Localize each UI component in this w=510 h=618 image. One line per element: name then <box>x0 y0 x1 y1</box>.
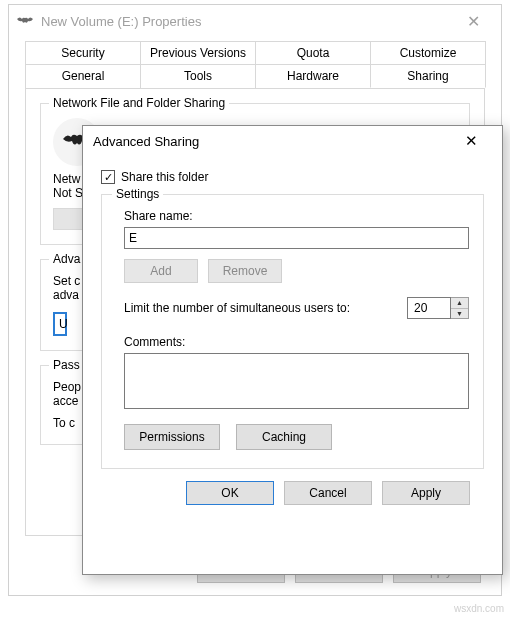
settings-group-title: Settings <box>112 187 163 201</box>
network-sharing-title: Network File and Folder Sharing <box>49 96 229 110</box>
spinner-buttons: ▲ ▼ <box>451 297 469 319</box>
tab-security[interactable]: Security <box>25 41 141 64</box>
advanced-sharing-footer: OK Cancel Apply <box>101 469 484 505</box>
watermark: wsxdn.com <box>454 603 504 614</box>
share-name-label: Share name: <box>124 209 469 223</box>
tab-sharing[interactable]: Sharing <box>370 64 486 88</box>
spinner-down-button[interactable]: ▼ <box>451 309 468 319</box>
share-this-folder-checkbox[interactable]: ✓ <box>101 170 115 184</box>
tab-customize[interactable]: Customize <box>370 41 486 64</box>
tab-quota[interactable]: Quota <box>255 41 371 64</box>
tab-previous-versions[interactable]: Previous Versions <box>140 41 256 64</box>
advanced-group-title: Adva <box>49 252 84 266</box>
advanced-sharing-titlebar: Advanced Sharing ✕ <box>83 126 502 156</box>
properties-title-text: New Volume (E:) Properties <box>41 14 201 29</box>
tab-hardware[interactable]: Hardware <box>255 64 371 88</box>
limit-users-spinner: ▲ ▼ <box>407 297 469 319</box>
comments-label: Comments: <box>124 335 469 349</box>
advanced-sharing-title-text: Advanced Sharing <box>93 134 199 149</box>
properties-close-button[interactable]: ✕ <box>453 7 493 35</box>
advanced-sharing-dialog: Advanced Sharing ✕ ✓ Share this folder S… <box>82 125 503 575</box>
limit-users-label: Limit the number of simultaneous users t… <box>124 301 350 315</box>
limit-users-input[interactable] <box>407 297 451 319</box>
advanced-sharing-button-bg[interactable]: U <box>53 312 67 336</box>
properties-titlebar: New Volume (E:) Properties ✕ <box>9 5 501 37</box>
tab-tools[interactable]: Tools <box>140 64 256 88</box>
share-this-folder-label: Share this folder <box>121 170 208 184</box>
password-group-title: Pass <box>49 358 84 372</box>
permissions-button[interactable]: Permissions <box>124 424 220 450</box>
advanced-apply-button[interactable]: Apply <box>382 481 470 505</box>
share-this-folder-row: ✓ Share this folder <box>101 170 484 184</box>
advanced-cancel-button[interactable]: Cancel <box>284 481 372 505</box>
advanced-sharing-close-button[interactable]: ✕ <box>450 127 492 155</box>
caching-button[interactable]: Caching <box>236 424 332 450</box>
spinner-up-button[interactable]: ▲ <box>451 298 468 309</box>
share-name-input[interactable] <box>124 227 469 249</box>
advanced-sharing-body: ✓ Share this folder Settings Share name:… <box>83 156 502 513</box>
remove-share-button[interactable]: Remove <box>208 259 282 283</box>
settings-group: Settings Share name: Add Remove Limit th… <box>101 194 484 469</box>
tab-general[interactable]: General <box>25 64 141 88</box>
bat-icon <box>17 13 33 29</box>
comments-textarea[interactable] <box>124 353 469 409</box>
advanced-ok-button[interactable]: OK <box>186 481 274 505</box>
add-share-button[interactable]: Add <box>124 259 198 283</box>
